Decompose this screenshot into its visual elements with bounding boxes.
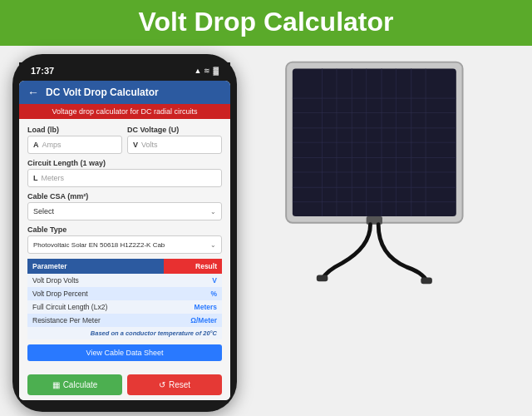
- table-row: Volt Drop Volts V: [27, 274, 222, 287]
- cable-csa-label: Cable CSA (mm²): [27, 192, 222, 201]
- result-cell: V: [164, 274, 222, 287]
- note-cell: Based on a conductor temperature of 20°C: [27, 327, 222, 339]
- reset-button[interactable]: ↺ Reset: [127, 374, 222, 395]
- app-bar-title: DC Volt Drop Calculator: [46, 87, 159, 98]
- header-title: Volt Drop Calculator: [139, 7, 394, 37]
- phone-notch: 17:37 ▲ ≋ ▓: [19, 62, 230, 79]
- cable-type-value: Photovoltaic Solar EN 50618 H1Z2Z2-K Cab: [33, 241, 165, 249]
- circuit-length-input[interactable]: L Meters: [27, 169, 222, 187]
- voltage-label: DC Voltage (U): [127, 126, 222, 134]
- reset-icon: ↺: [159, 380, 165, 389]
- battery-icon: ▓: [213, 67, 219, 75]
- solar-panel-container: [245, 54, 520, 287]
- voltage-placeholder: Volts: [141, 141, 158, 149]
- length-placeholder: Meters: [42, 174, 65, 182]
- param-cell: Resistance Per Meter: [27, 314, 164, 327]
- view-cable-button[interactable]: View Cable Data Sheet: [27, 344, 222, 361]
- phone-status-icons: ▲ ≋ ▓: [195, 67, 219, 75]
- load-prefix: A: [33, 141, 39, 149]
- wifi-icon: ≋: [204, 67, 210, 75]
- param-cell: Volt Drop Volts: [27, 274, 164, 287]
- circuit-length-label: Circuit Length (1 way): [27, 159, 222, 167]
- phone-body: 17:37 ▲ ≋ ▓ ← DC Volt Drop Calculator Vo…: [12, 54, 237, 412]
- load-voltage-row: Load (lb) A Amps DC Voltage (U) V Volts: [27, 126, 222, 154]
- length-prefix: L: [33, 174, 38, 182]
- result-header: Result: [164, 259, 222, 274]
- cable-type-label: Cable Type: [27, 225, 222, 234]
- phone-screen: ← DC Volt Drop Calculator Voltage drop c…: [19, 81, 230, 400]
- table-row: Full Circuit Length (Lx2) Meters: [27, 300, 222, 314]
- cable-csa-group: Cable CSA (mm²) Select ⌄: [27, 192, 222, 220]
- cable-csa-value: Select: [33, 207, 54, 215]
- form-area: Load (lb) A Amps DC Voltage (U) V Volts: [19, 119, 230, 371]
- app-bar: ← DC Volt Drop Calculator: [19, 81, 230, 104]
- param-cell: Full Circuit Length (Lx2): [27, 300, 164, 314]
- load-label: Load (lb): [27, 126, 122, 134]
- result-cell: Meters: [164, 300, 222, 314]
- phone-time: 17:37: [31, 66, 54, 76]
- subtitle-text: Voltage drop calculator for DC radial ci…: [52, 107, 197, 116]
- main-content: 17:37 ▲ ≋ ▓ ← DC Volt Drop Calculator Vo…: [0, 46, 532, 416]
- reset-label: Reset: [169, 380, 190, 389]
- calculator-icon: ▦: [52, 380, 60, 389]
- param-header: Parameter: [27, 259, 164, 274]
- cable-type-select[interactable]: Photovoltaic Solar EN 50618 H1Z2Z2-K Cab…: [27, 235, 222, 254]
- results-tbody: Volt Drop Volts V Volt Drop Percent % Fu…: [27, 274, 222, 339]
- page-header: Volt Drop Calculator: [0, 0, 532, 46]
- chevron-down-icon-2: ⌄: [210, 241, 216, 249]
- table-row: Resistance Per Meter Ω/Meter: [27, 314, 222, 327]
- results-table: Parameter Result Volt Drop Volts V Volt …: [27, 259, 222, 339]
- result-cell: Ω/Meter: [164, 314, 222, 327]
- calculate-button[interactable]: ▦ Calculate: [27, 374, 122, 395]
- load-placeholder: Amps: [42, 141, 62, 149]
- svg-rect-20: [421, 277, 432, 284]
- param-cell: Volt Drop Percent: [27, 287, 164, 300]
- signal-icon: ▲: [195, 67, 202, 75]
- bottom-buttons: ▦ Calculate ↺ Reset: [19, 371, 230, 400]
- voltage-group: DC Voltage (U) V Volts: [127, 126, 222, 154]
- svg-rect-19: [317, 275, 328, 282]
- phone-mockup: 17:37 ▲ ≋ ▓ ← DC Volt Drop Calculator Vo…: [12, 54, 237, 412]
- solar-panel-svg: [274, 54, 490, 287]
- table-row: Volt Drop Percent %: [27, 287, 222, 300]
- circuit-length-group: Circuit Length (1 way) L Meters: [27, 159, 222, 187]
- chevron-down-icon: ⌄: [210, 208, 216, 215]
- back-button[interactable]: ←: [27, 86, 39, 99]
- voltage-prefix: V: [133, 141, 138, 149]
- cable-csa-select[interactable]: Select ⌄: [27, 202, 222, 220]
- voltage-input[interactable]: V Volts: [127, 136, 222, 154]
- load-input[interactable]: A Amps: [27, 136, 122, 154]
- calculate-label: Calculate: [63, 380, 98, 389]
- result-cell: %: [164, 287, 222, 300]
- load-group: Load (lb) A Amps: [27, 126, 122, 154]
- note-row: Based on a conductor temperature of 20°C: [27, 327, 222, 339]
- cable-type-group: Cable Type Photovoltaic Solar EN 50618 H…: [27, 225, 222, 254]
- solar-panel-image: [274, 54, 490, 287]
- subtitle-banner: Voltage drop calculator for DC radial ci…: [19, 104, 230, 119]
